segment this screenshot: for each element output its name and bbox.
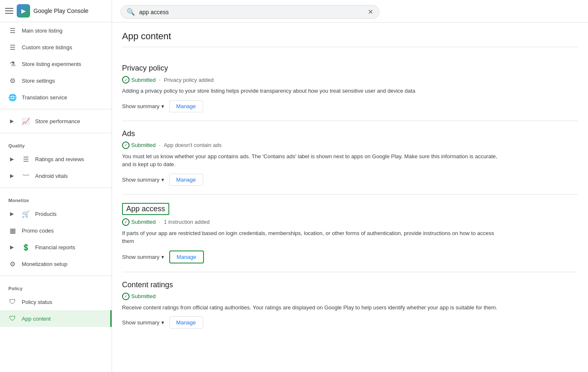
- sidebar-item-label: App content: [22, 316, 51, 322]
- content-ratings-section: Content ratings ✓ Submitted Receive cont…: [122, 272, 578, 337]
- sidebar-nav-item[interactable]: ⚙ Store settings: [0, 72, 112, 89]
- content-ratings-show-summary-button[interactable]: Show summary ▾: [122, 318, 164, 327]
- sidebar-nav-item[interactable]: ☰ Main store listing: [0, 22, 112, 39]
- status-detail: Privacy policy added: [164, 77, 214, 83]
- chevron-right-icon-4: ▶: [8, 210, 15, 217]
- chevron-right-icon-3: ▶: [8, 172, 15, 179]
- finance-icon: 💲: [22, 243, 30, 251]
- sidebar-item-financial-reports[interactable]: ▶ 💲 Financial reports: [0, 239, 112, 256]
- content-ratings-status-row: ✓ Submitted: [122, 293, 578, 300]
- ads-status-detail: App doesn't contain ads: [164, 142, 221, 148]
- app-access-manage-button[interactable]: Manage: [169, 251, 204, 263]
- sidebar-item-label: Store performance: [35, 118, 80, 124]
- sidebar-item-promo-codes[interactable]: ▦ Promo codes: [0, 222, 112, 239]
- show-summary-label: Show summary: [122, 319, 160, 326]
- sidebar-nav-item[interactable]: 🌐 Translation service: [0, 89, 112, 106]
- search-input[interactable]: [139, 9, 364, 15]
- privacy-policy-status-badge: ✓ Submitted: [122, 76, 156, 84]
- sidebar-item-label: Translation service: [22, 94, 67, 101]
- ads-show-summary-button[interactable]: Show summary ▾: [122, 175, 164, 185]
- sidebar-item-label: Custom store listings: [22, 44, 72, 51]
- ads-manage-button[interactable]: Manage: [169, 174, 203, 186]
- trending-icon: 📈: [22, 117, 30, 125]
- sidebar-nav-item[interactable]: ⚗ Store listing experiments: [0, 56, 112, 72]
- sidebar-item-label: Ratings and reviews: [35, 156, 84, 162]
- sidebar: Google Play Console ☰ Main store listing…: [0, 0, 112, 372]
- cart-icon: 🛒: [22, 210, 30, 218]
- sidebar-item-app-content[interactable]: 🛡 App content: [0, 310, 112, 327]
- sidebar-header: Google Play Console: [0, 0, 112, 22]
- status-text: Submitted: [131, 219, 156, 225]
- ads-status-row: ✓ Submitted · App doesn't contain ads: [122, 142, 578, 149]
- content-ratings-status-badge: ✓ Submitted: [122, 293, 156, 300]
- sidebar-item-monetization-setup[interactable]: ⚙ Monetization setup: [0, 256, 112, 272]
- clear-icon[interactable]: ✕: [368, 8, 373, 16]
- app-access-description: If parts of your app are restricted base…: [122, 229, 498, 245]
- content-ratings-title: Content ratings: [122, 281, 173, 289]
- ads-actions: Show summary ▾ Manage: [122, 174, 578, 186]
- settings-icon: ⚙: [8, 76, 17, 85]
- check-circle-icon: ✓: [122, 76, 130, 84]
- sidebar-item-store-performance[interactable]: ▶ 📈 Store performance: [0, 113, 112, 129]
- chevron-right-icon-5: ▶: [8, 244, 15, 251]
- privacy-policy-status-row: ✓ Submitted · Privacy policy added: [122, 76, 578, 84]
- store-icon: ☰: [8, 26, 17, 35]
- content-ratings-manage-button[interactable]: Manage: [169, 316, 203, 329]
- ads-title: Ads: [122, 129, 135, 138]
- gear-icon: ⚙: [8, 260, 17, 268]
- sidebar-item-label: Main store listing: [22, 28, 63, 34]
- app-access-actions: Show summary ▾ Manage: [122, 251, 578, 263]
- privacy-policy-manage-button[interactable]: Manage: [169, 100, 203, 112]
- quality-section-label: Quality: [0, 137, 112, 151]
- ads-section: Ads ✓ Submitted · App doesn't contain ad…: [122, 121, 578, 195]
- policy-section-label: Policy: [0, 279, 112, 294]
- status-text: Submitted: [131, 77, 156, 83]
- chevron-right-icon-2: ▶: [8, 156, 15, 162]
- privacy-policy-title: Privacy policy: [122, 64, 168, 73]
- monetize-section-label: Monetize: [0, 191, 112, 205]
- app-access-section: App access ✓ Submitted · 1 instruction a…: [122, 195, 578, 272]
- sidebar-divider: [0, 109, 112, 109]
- hamburger-icon[interactable]: [5, 7, 13, 15]
- app-access-show-summary-button[interactable]: Show summary ▾: [122, 252, 164, 262]
- search-bar-container: 🔍 ✕: [112, 0, 588, 23]
- sidebar-divider-4: [0, 276, 112, 276]
- status-separator: ·: [159, 77, 160, 83]
- star-icon: ☰: [22, 155, 30, 163]
- check-circle-icon-2: ✓: [122, 142, 130, 149]
- sidebar-divider-2: [0, 133, 112, 133]
- shield-icon: 🛡: [8, 298, 17, 306]
- list-icon: ☰: [8, 43, 17, 51]
- sidebar-item-android-vitals[interactable]: ▶ 〰 Android vitals: [0, 167, 112, 184]
- chevron-down-icon-3: ▾: [161, 254, 164, 260]
- content-divider: [122, 47, 578, 47]
- status-text: Submitted: [131, 142, 156, 148]
- sidebar-item-ratings-reviews[interactable]: ▶ ☰ Ratings and reviews: [0, 151, 112, 167]
- content-ratings-description: Receive content ratings from official ra…: [122, 304, 498, 312]
- show-summary-label: Show summary: [122, 177, 160, 183]
- sidebar-item-policy-status[interactable]: 🛡 Policy status: [0, 294, 112, 310]
- ads-status-badge: ✓ Submitted: [122, 142, 156, 149]
- search-icon: 🔍: [127, 8, 135, 16]
- privacy-policy-show-summary-button[interactable]: Show summary ▾: [122, 101, 164, 111]
- logo-icon: [17, 4, 30, 18]
- show-summary-label: Show summary: [122, 254, 160, 260]
- page-title: App content: [122, 31, 578, 42]
- show-summary-label: Show summary: [122, 103, 160, 109]
- status-text: Submitted: [131, 293, 156, 299]
- content-area: App content Privacy policy ✓ Submitted ·…: [112, 23, 588, 354]
- translate-icon: 🌐: [8, 93, 17, 101]
- app-access-status-badge: ✓ Submitted: [122, 218, 156, 226]
- app-access-status-detail: 1 instruction added: [164, 219, 210, 225]
- status-separator-3: ·: [159, 219, 160, 225]
- check-circle-icon-3: ✓: [122, 218, 130, 226]
- sidebar-item-products[interactable]: ▶ 🛒 Products: [0, 205, 112, 222]
- sidebar-divider-3: [0, 187, 112, 188]
- sidebar-nav-item[interactable]: ☰ Custom store listings: [0, 39, 112, 56]
- ads-description: You must let us know whether your app co…: [122, 152, 498, 169]
- sidebar-item-label: Products: [35, 211, 56, 217]
- main-content: 🔍 ✕ App content Privacy policy ✓ Submitt…: [112, 0, 588, 372]
- chevron-down-icon: ▾: [161, 103, 164, 109]
- sidebar-item-label: Store settings: [22, 78, 55, 84]
- shield-check-icon: 🛡: [8, 314, 17, 323]
